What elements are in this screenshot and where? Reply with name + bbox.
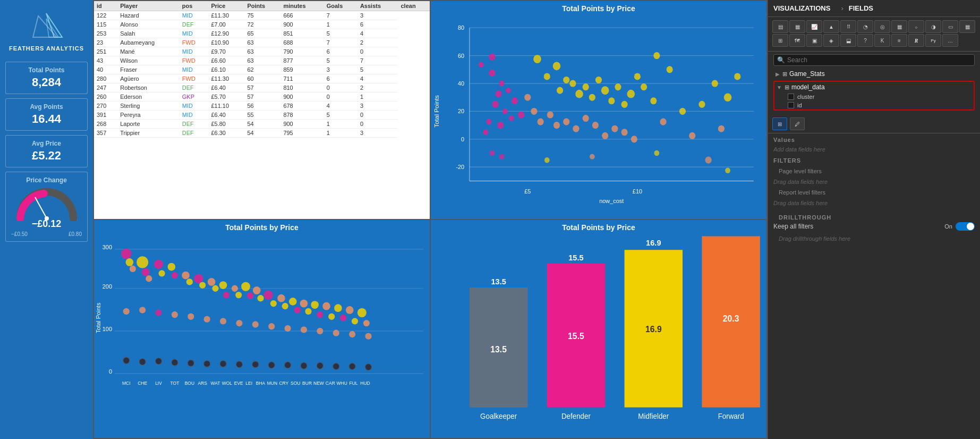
field-group-model-data-header[interactable]: ▼ ⊞ model_data xyxy=(774,82,974,92)
fields-search-box[interactable]: 🔍 xyxy=(773,54,975,66)
viz-icon-more[interactable]: … xyxy=(942,34,958,47)
field-item-cluster[interactable]: cluster xyxy=(774,92,974,101)
svg-point-70 xyxy=(592,122,599,129)
svg-point-44 xyxy=(589,94,595,101)
svg-text:Total Points: Total Points xyxy=(95,302,101,333)
svg-point-94 xyxy=(121,249,131,259)
svg-point-164 xyxy=(317,362,323,369)
visualizations-arrow: › xyxy=(841,4,843,12)
price-change-label: Price Change xyxy=(11,176,82,184)
fields-tab[interactable]: FIELDS xyxy=(849,4,873,12)
keep-all-filters-label: Keep all filters xyxy=(773,223,813,230)
table-row[interactable]: 247RobertsonDEF£6.405781002 xyxy=(94,83,430,92)
svg-point-72 xyxy=(611,125,618,132)
table-header-id[interactable]: id xyxy=(94,1,117,11)
table-row[interactable]: 357TrippierDEF£6.305479513 xyxy=(94,129,430,138)
table-header-assists[interactable]: Assists xyxy=(357,1,398,11)
table-row[interactable]: 391PereyraMID£6.405587850 xyxy=(94,111,430,120)
table-header-points[interactable]: Points xyxy=(244,1,280,11)
svg-point-54 xyxy=(533,55,541,63)
viz-icon-py[interactable]: Py xyxy=(925,34,941,47)
svg-point-134 xyxy=(357,308,367,317)
avg-points-value: 16.44 xyxy=(11,112,82,126)
svg-text:BOU: BOU xyxy=(185,381,194,386)
svg-point-153 xyxy=(139,359,146,365)
viz-icon-map[interactable]: 🗺 xyxy=(789,34,805,47)
viz-icon-shape-map[interactable]: ◈ xyxy=(823,34,839,47)
viz-icon-matrix[interactable]: ⊞ xyxy=(772,34,788,47)
table-row[interactable]: 268LaporteDEF£5.805490010 xyxy=(94,120,430,129)
svg-point-99 xyxy=(146,275,152,282)
svg-point-165 xyxy=(333,363,339,369)
table-row[interactable]: 251ManéMID£9.706379060 xyxy=(94,47,430,56)
search-input[interactable] xyxy=(787,56,971,64)
bubble-panel: Total Points by Price 300 200 100 0 Tota… xyxy=(94,220,430,438)
table-header-clean[interactable]: clean xyxy=(398,1,430,11)
field-item-id[interactable]: id xyxy=(774,101,974,109)
visualizations-tab[interactable]: VISUALIZATIONS xyxy=(773,4,830,12)
table-header-pos[interactable]: pos xyxy=(180,1,209,11)
viz-icon-table[interactable]: ▦ xyxy=(959,20,975,33)
table-row[interactable]: 253SalahMID£12.906585154 xyxy=(94,29,430,38)
viz-icon-kpi[interactable]: K xyxy=(874,34,890,47)
viz-icon-treemap[interactable]: ▦ xyxy=(891,20,907,33)
table-row[interactable]: 270SterlingMID£11.105667843 xyxy=(94,102,430,111)
total-points-value: 8,284 xyxy=(11,75,82,89)
viz-icon-funnel[interactable]: ⬦ xyxy=(908,20,924,33)
svg-text:40: 40 xyxy=(458,80,464,87)
table-row[interactable]: 43WilsonFWD£6.606387757 xyxy=(94,56,430,65)
table-row[interactable]: 23AubameyangFWD£10.906368872 xyxy=(94,38,430,47)
svg-point-147 xyxy=(301,326,307,333)
svg-point-113 xyxy=(235,292,242,298)
table-container[interactable]: idPlayerposPricePointsminutesGoalsAssist… xyxy=(94,1,430,219)
field-id-checkbox[interactable] xyxy=(788,102,794,108)
svg-point-139 xyxy=(172,311,178,318)
table-row[interactable]: 122HazardMID£11.307566673 xyxy=(94,11,430,20)
svg-point-146 xyxy=(285,325,291,332)
svg-point-116 xyxy=(253,286,261,294)
viz-option-format[interactable]: 🖉 xyxy=(790,117,805,130)
viz-options-row: ⊞ 🖉 xyxy=(768,115,980,133)
viz-icon-card[interactable]: ▭ xyxy=(942,20,958,33)
svg-text:TOT: TOT xyxy=(171,381,180,386)
field-group-game-stats: ▶ ⊞ Game_Stats xyxy=(773,69,975,79)
viz-icon-pie[interactable]: ◔ xyxy=(857,20,873,33)
keep-all-filters-toggle[interactable] xyxy=(956,222,975,231)
scatter-top-panel: Total Points by Price 80 60 40 20 0 -20 … xyxy=(431,1,766,219)
viz-icon-waterfall[interactable]: ⬓ xyxy=(840,34,856,47)
viz-icon-filled-map[interactable]: ▣ xyxy=(806,34,822,47)
viz-icon-r[interactable]: R xyxy=(908,34,924,47)
field-group-game-stats-header[interactable]: ▶ ⊞ Game_Stats xyxy=(773,69,975,79)
data-table-panel[interactable]: idPlayerposPricePointsminutesGoalsAssist… xyxy=(94,1,430,219)
logo-icon xyxy=(28,11,65,43)
viz-icon-bar[interactable]: ▦ xyxy=(789,20,805,33)
svg-text:16.9: 16.9 xyxy=(646,238,661,247)
table-header-price[interactable]: Price xyxy=(208,1,244,11)
svg-point-32 xyxy=(487,119,492,124)
gauge-svg xyxy=(15,187,79,221)
table-header-goals[interactable]: Goals xyxy=(324,1,357,11)
table-row[interactable]: 115AlonsoDEF£7.007290016 xyxy=(94,20,430,29)
table-row[interactable]: 260EdersonGKP£5.705790001 xyxy=(94,92,430,102)
svg-point-82 xyxy=(654,150,660,156)
svg-text:20.3: 20.3 xyxy=(723,314,739,324)
table-header-player[interactable]: Player xyxy=(117,1,180,11)
viz-icon-scatter[interactable]: ⠿ xyxy=(840,20,856,33)
field-cluster-checkbox[interactable] xyxy=(788,94,794,100)
svg-text:Defender: Defender xyxy=(561,412,591,420)
viz-icon-qa[interactable]: ? xyxy=(857,34,873,47)
viz-option-fields[interactable]: ⊞ xyxy=(772,117,787,130)
table-row[interactable]: 280AgüeroFWD£11.306071164 xyxy=(94,74,430,83)
viz-icon-line[interactable]: 📈 xyxy=(806,20,822,33)
bar-chart-panel: Total Points by Price 13.5 15.5 16.9 20.… xyxy=(431,220,766,438)
viz-icon-gauge[interactable]: ◑ xyxy=(925,20,941,33)
viz-icon-stacked-bar[interactable]: ▤ xyxy=(772,20,788,33)
viz-icon-donut[interactable]: ◎ xyxy=(874,20,890,33)
svg-point-101 xyxy=(159,270,165,276)
table-row[interactable]: 40FraserMID£6.106285935 xyxy=(94,65,430,74)
viz-icon-area[interactable]: ▲ xyxy=(823,20,839,33)
field-cluster-label: cluster xyxy=(797,94,814,100)
svg-point-130 xyxy=(334,304,342,312)
viz-icon-slicer[interactable]: ≡ xyxy=(891,34,907,47)
table-header-minutes[interactable]: minutes xyxy=(280,1,323,11)
